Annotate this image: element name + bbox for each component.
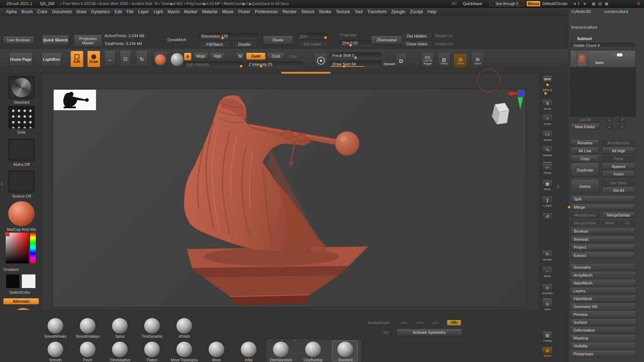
document-viewport[interactable] bbox=[53, 89, 526, 307]
alternate-button[interactable]: Alternate bbox=[3, 298, 39, 304]
brush-item[interactable]: sPolish bbox=[169, 318, 199, 338]
pause-icon[interactable]: ‖ bbox=[578, 1, 580, 6]
brush-item[interactable]: Inflat bbox=[234, 342, 264, 362]
subtool-row-empty[interactable]: · bbox=[570, 100, 635, 116]
slider-knob[interactable] bbox=[324, 36, 327, 39]
subpalette-header[interactable]: FiberMesh bbox=[570, 296, 636, 302]
dynamic-draw-size-toggle[interactable]: Dynamic bbox=[384, 62, 397, 66]
subpalette-header[interactable]: Visibility bbox=[570, 343, 636, 349]
rotate-3d-button[interactable]: ↻ Rotate bbox=[540, 251, 555, 261]
subpalette-header[interactable]: Geometry bbox=[570, 264, 636, 271]
alpha-quick-button[interactable]: A bbox=[184, 53, 191, 60]
divide-button[interactable]: Divide bbox=[263, 36, 293, 45]
zsub-button[interactable]: Zsub bbox=[267, 53, 285, 60]
brush-item[interactable]: Spiral bbox=[105, 318, 135, 338]
menu-item[interactable]: Zscript bbox=[410, 9, 423, 14]
brush-item[interactable]: Move Topologica bbox=[169, 342, 199, 362]
actual-size-button[interactable]: 1:1 Actual bbox=[540, 131, 555, 142]
radial-count-slider[interactable]: RadialCount bbox=[368, 321, 390, 325]
color-picker[interactable] bbox=[6, 233, 37, 266]
focal-shift-slider[interactable]: Focal Shift 0 bbox=[330, 53, 381, 58]
symmetry-reset-button[interactable]: ↺ bbox=[540, 213, 555, 220]
perspective-gizmo[interactable] bbox=[489, 102, 511, 129]
uv-button[interactable]: Uv bbox=[620, 220, 635, 225]
xpose-button[interactable]: ⊞ Xpose bbox=[471, 53, 484, 68]
menu-item[interactable]: Stencil bbox=[301, 9, 314, 14]
slider-knob[interactable] bbox=[343, 65, 346, 68]
subpalette-header[interactable]: Deformation bbox=[570, 327, 636, 333]
slider-knob[interactable] bbox=[240, 65, 243, 68]
menu-item[interactable]: Render bbox=[283, 9, 297, 14]
subpalette-header[interactable]: Geometry HD bbox=[570, 303, 636, 310]
menu-item[interactable]: Marker bbox=[184, 9, 197, 14]
slider-knob[interactable] bbox=[221, 36, 224, 40]
see-through-control[interactable]: See-through 0 bbox=[489, 1, 525, 6]
main-color-swatch[interactable] bbox=[6, 274, 20, 288]
move-3d-button[interactable]: ↔ Move bbox=[540, 267, 555, 278]
slider-knob[interactable] bbox=[349, 44, 352, 47]
mergevisible-button[interactable]: MergeVisible bbox=[571, 220, 599, 225]
split-button[interactable]: Split bbox=[571, 196, 635, 202]
document-preview-thumbnail[interactable] bbox=[54, 90, 96, 110]
autoreorder-button[interactable]: AutoReorder bbox=[602, 140, 635, 146]
layout-view-icon[interactable]: ▤ bbox=[598, 1, 602, 6]
merge-button[interactable]: Merge bbox=[571, 204, 635, 210]
material-sphere-icon[interactable] bbox=[170, 53, 184, 66]
local-symmetry-button[interactable]: ∥ L.Sym bbox=[540, 197, 555, 207]
subtool-palette-title[interactable]: Subtool bbox=[577, 36, 592, 41]
rgb-button[interactable]: Rgb bbox=[210, 53, 225, 60]
zoom-3d-button[interactable]: ⊙ Zoom3D bbox=[540, 284, 555, 295]
insert-button[interactable]: Insert bbox=[602, 171, 635, 177]
fillobject-button[interactable]: FillObject bbox=[199, 42, 230, 48]
resolution-slider[interactable]: Resolution 128 bbox=[199, 34, 258, 39]
current-brush-thumbnail[interactable] bbox=[8, 76, 35, 99]
visible-count-slider[interactable]: Visible Count 4 bbox=[571, 43, 635, 48]
mergesimilar-button[interactable]: MergeSimilar bbox=[602, 212, 635, 218]
current-color-swat[interactable] bbox=[5, 232, 9, 236]
slider-knob[interactable] bbox=[259, 65, 263, 68]
menu-item[interactable]: Draw bbox=[76, 9, 86, 14]
ghost-button[interactable]: ◍ Ghost bbox=[454, 53, 467, 68]
quick-sketch-button[interactable]: Quick Sketch bbox=[42, 35, 69, 45]
slider-knob[interactable] bbox=[544, 92, 547, 95]
menu-item[interactable]: Tool bbox=[355, 9, 362, 14]
edit-button[interactable]: Edit bbox=[70, 51, 83, 67]
subpalette-header[interactable]: Masking bbox=[570, 335, 636, 341]
symmetry-y-button[interactable]: >Y< bbox=[416, 321, 423, 325]
brush-item[interactable]: Pinch bbox=[73, 342, 103, 362]
brush-item[interactable]: TrimDynamic bbox=[137, 318, 167, 338]
rgb-intensity-slider[interactable]: Rgb Intensity bbox=[184, 61, 244, 67]
duplicate-button[interactable]: Duplicate bbox=[571, 163, 599, 177]
append-button[interactable]: Append bbox=[602, 163, 635, 169]
nav-back-icon[interactable]: ◄ bbox=[572, 1, 576, 6]
recent-tool-1[interactable]: Cylinder3D bbox=[571, 9, 591, 14]
menu-item[interactable]: Zplugin bbox=[391, 9, 405, 14]
subpalette-header[interactable]: Preview bbox=[570, 311, 636, 318]
all-high-button[interactable]: All High bbox=[602, 148, 635, 154]
menus-button[interactable]: Menus bbox=[527, 1, 540, 6]
remesh-button[interactable]: Remesh bbox=[571, 237, 635, 242]
recent-tool-3[interactable]: brazoescultura bbox=[571, 25, 597, 29]
draw-size-slider[interactable]: Draw Size 64 bbox=[330, 61, 381, 67]
hue-bar[interactable] bbox=[30, 233, 36, 263]
menu-item[interactable]: Picker bbox=[238, 9, 250, 14]
bpr-slider-knob[interactable] bbox=[546, 83, 549, 86]
del-lower-button[interactable]: Del Lower bbox=[297, 41, 328, 47]
grid-view-icon[interactable]: ▦ bbox=[592, 1, 595, 6]
subtool-eye2-icon[interactable]: ● bbox=[626, 53, 628, 56]
sdiv-slider[interactable]: SDiv bbox=[297, 34, 328, 38]
delete-uv-button[interactable]: Delete UV bbox=[435, 42, 453, 46]
folder-move-out-icon[interactable]: ▼ bbox=[619, 124, 626, 129]
shelf-drag-bar[interactable] bbox=[281, 72, 331, 74]
symmetry-z-button[interactable]: >Z< bbox=[432, 321, 439, 325]
subpalette-header[interactable]: Polygroups bbox=[570, 351, 636, 357]
menu-item[interactable]: Color bbox=[37, 9, 48, 14]
list-all-button[interactable]: List All bbox=[571, 117, 599, 122]
subpalette-header[interactable]: Layers bbox=[570, 288, 636, 294]
del-all-button[interactable]: Del All bbox=[602, 187, 635, 193]
zadd-button[interactable]: Zadd bbox=[246, 53, 265, 60]
close-icon[interactable]: ✕ bbox=[637, 1, 640, 6]
aahalf-button[interactable]: ½ AAHalf bbox=[540, 146, 555, 157]
scale-mode-button[interactable]: ⊡ bbox=[120, 51, 131, 67]
menu-item[interactable]: Movie bbox=[222, 9, 234, 14]
